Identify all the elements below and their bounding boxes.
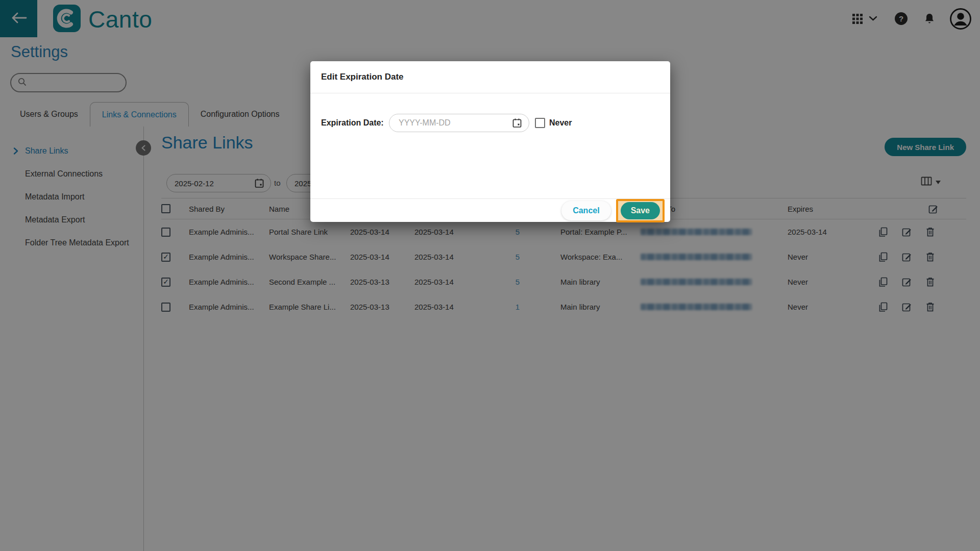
expiration-date-input[interactable] bbox=[389, 114, 529, 132]
expiration-date-field bbox=[389, 114, 529, 132]
modal-footer: Cancel Save bbox=[310, 198, 670, 222]
never-option: Never bbox=[535, 114, 572, 132]
cancel-button[interactable]: Cancel bbox=[561, 201, 610, 220]
save-button[interactable]: Save bbox=[621, 202, 660, 219]
modal-body: Expiration Date: Never bbox=[310, 93, 670, 198]
edit-expiration-date-modal: Edit Expiration Date Expiration Date: Ne… bbox=[310, 61, 670, 222]
canto-settings-app: Canto bbox=[0, 0, 980, 551]
never-checkbox[interactable] bbox=[535, 118, 545, 128]
expiration-date-label: Expiration Date: bbox=[321, 114, 384, 132]
modal-title: Edit Expiration Date bbox=[310, 61, 670, 93]
save-button-highlight-ring: Save bbox=[616, 199, 665, 222]
never-label: Never bbox=[549, 118, 572, 128]
